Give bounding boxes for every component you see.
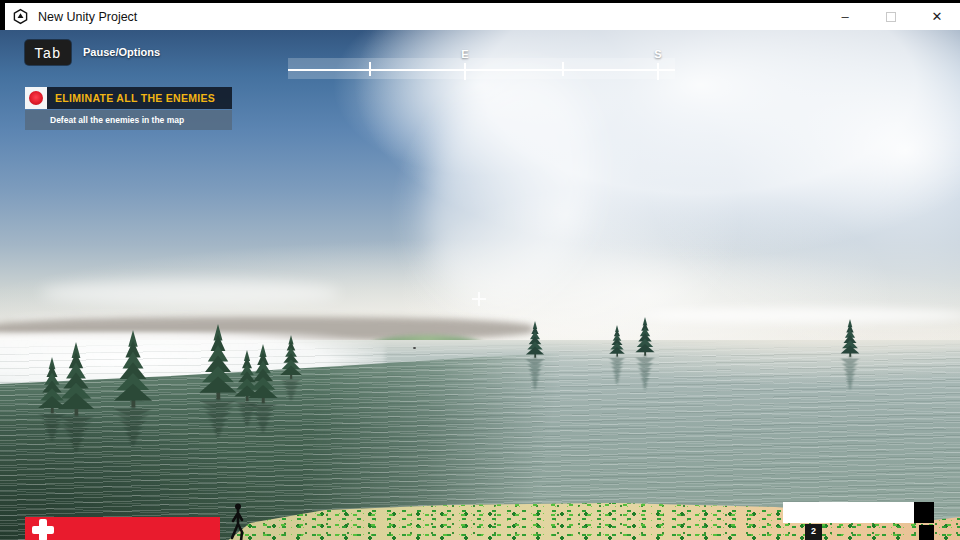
unity-logo-icon [12, 8, 29, 25]
maximize-button[interactable] [868, 3, 914, 30]
weapon-slot [914, 502, 934, 523]
game-viewport [0, 30, 960, 540]
close-button[interactable]: ✕ [914, 3, 960, 30]
window-title: New Unity Project [38, 10, 137, 24]
minimize-button[interactable]: – [822, 3, 868, 30]
item-slot [919, 525, 934, 540]
ammo-bar [783, 502, 914, 523]
maximize-icon [886, 12, 896, 22]
health-bar [25, 517, 220, 540]
unity-game-window: Tab Pause/Options E S ELIMINATE ALL THE … [0, 0, 960, 540]
character-silhouette [226, 502, 250, 540]
window-titlebar: New Unity Project – ✕ [0, 0, 960, 30]
tab-key-button[interactable]: Tab [25, 40, 71, 65]
pine-trees [0, 30, 960, 540]
health-cross-icon [32, 519, 54, 540]
